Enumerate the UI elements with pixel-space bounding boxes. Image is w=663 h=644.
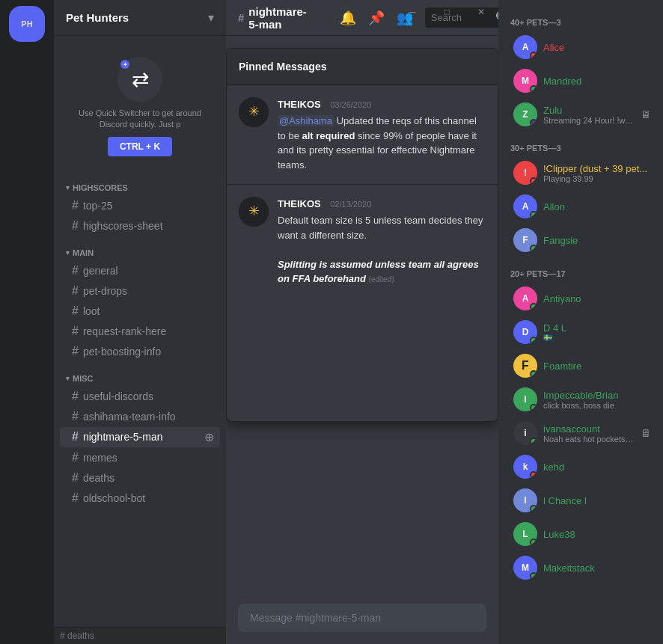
member-avatar-fangsie: F bbox=[513, 228, 537, 252]
status-dot-makeitstack bbox=[530, 572, 537, 580]
category-label-text: MAIN bbox=[73, 248, 94, 257]
minimize-button[interactable]: ─ bbox=[395, 0, 430, 24]
member-d4l[interactable]: D D 4 L 🇸🇪 bbox=[504, 316, 657, 349]
channel-pet-drops[interactable]: # pet-drops bbox=[60, 281, 220, 301]
member-info-chance: l Chance l bbox=[543, 495, 651, 506]
member-info-ivans: ivansaccount Noah eats hot pockets with.… bbox=[543, 423, 635, 444]
member-activity-impeccable: click boss, boss die bbox=[543, 401, 651, 410]
quick-switcher-text: Use Quick Switcher to get around Discord… bbox=[69, 108, 211, 131]
member-info-clipper: !Clipper (dust + 39 pet... Playing 39.99 bbox=[543, 163, 651, 183]
chevron-icon: ▾ bbox=[66, 184, 70, 191]
member-avatar-luke38: L bbox=[513, 522, 537, 546]
close-button[interactable]: ✕ bbox=[464, 0, 498, 24]
member-info-allon: Allon bbox=[543, 201, 651, 212]
member-avatar-impeccable: I bbox=[513, 387, 537, 411]
bottom-channel-name: # deaths bbox=[60, 631, 94, 641]
member-foamtire[interactable]: F Foamtire bbox=[504, 349, 657, 382]
pin-header-2: THEIKOS 02/13/2020 bbox=[278, 197, 486, 210]
sidebar-header[interactable]: Pet Hunters ▾ bbox=[54, 0, 226, 36]
member-ivans[interactable]: i ivansaccount Noah eats hot pockets wit… bbox=[504, 417, 657, 450]
channel-request-rank-here[interactable]: # request-rank-here bbox=[60, 322, 220, 341]
channel-name-text: nightmare-5-man bbox=[248, 5, 307, 31]
channel-highscores-sheet[interactable]: # highscores-sheet bbox=[60, 216, 220, 236]
hash-icon: # bbox=[72, 199, 79, 212]
member-kehd[interactable]: k kehd bbox=[504, 450, 657, 483]
pinned-message-1: ✳ THEIKOS 03/26/2020 @Ashihama Updated t… bbox=[227, 85, 498, 185]
member-name-ivans: ivansaccount bbox=[543, 423, 635, 435]
channel-name: highscores-sheet bbox=[83, 220, 163, 232]
channel-name: memes bbox=[83, 452, 117, 464]
member-name-d4l: D 4 L bbox=[543, 322, 651, 334]
maximize-button[interactable]: □ bbox=[430, 0, 464, 24]
pin-content-1: THEIKOS 03/26/2020 @Ashihama Updated the… bbox=[278, 97, 486, 172]
status-dot-foamtire bbox=[530, 370, 537, 378]
member-info-d4l: D 4 L 🇸🇪 bbox=[543, 322, 651, 342]
member-allon[interactable]: A Allon bbox=[504, 190, 657, 223]
member-alice[interactable]: A Alice bbox=[504, 31, 657, 64]
channel-name: general bbox=[83, 265, 118, 277]
category-label-text: HIGHSCORES bbox=[73, 183, 128, 192]
member-chance[interactable]: l l Chance l bbox=[504, 484, 657, 517]
channel-loot[interactable]: # loot bbox=[60, 301, 220, 321]
server-sidebar: PH bbox=[0, 0, 54, 644]
quick-switcher-hint: ⇄ ✦ Use Quick Switcher to get around Dis… bbox=[60, 48, 220, 165]
member-luke38[interactable]: L Luke38 bbox=[504, 518, 657, 551]
member-info-mandred: Mandred bbox=[543, 76, 651, 87]
category-misc[interactable]: ▾ MISC bbox=[54, 362, 226, 386]
window-controls: ─ □ ✕ bbox=[395, 0, 498, 24]
server-icon-pet-hunters[interactable]: PH bbox=[9, 6, 45, 42]
member-name-kehd: kehd bbox=[543, 461, 651, 473]
member-clipper[interactable]: ! !Clipper (dust + 39 pet... Playing 39.… bbox=[504, 156, 657, 189]
member-name-mandred: Mandred bbox=[543, 76, 651, 87]
channel-ashihama-team-info[interactable]: # ashihama-team-info bbox=[60, 407, 220, 426]
category-highscores[interactable]: ▾ HIGHSCORES bbox=[54, 171, 226, 195]
member-zulu[interactable]: Z Zulu Streaming 24 Hour! !wheel... 🖥 bbox=[504, 98, 657, 131]
channel-list: ⇄ ✦ Use Quick Switcher to get around Dis… bbox=[54, 36, 226, 627]
member-avatar-kehd: k bbox=[513, 455, 537, 479]
pin-line1: Default team size is 5 unless team decid… bbox=[278, 215, 483, 241]
member-name-clipper: !Clipper (dust + 39 pet... bbox=[543, 163, 651, 174]
member-mandred[interactable]: M Mandred bbox=[504, 64, 657, 97]
pin-text-1: @Ashihama Updated the reqs of this chann… bbox=[278, 114, 486, 172]
channel-pet-boosting-info[interactable]: # pet-boosting-info bbox=[60, 342, 220, 361]
member-makeitstack[interactable]: M Makeitstack bbox=[504, 551, 657, 584]
pin-header-1: THEIKOS 03/26/2020 bbox=[278, 97, 486, 111]
channel-name: useful-discords bbox=[83, 390, 153, 402]
channel-name: pet-boosting-info bbox=[83, 346, 161, 358]
channel-general[interactable]: # general bbox=[60, 261, 220, 280]
member-info-impeccable: Impeccable/Brian click boss, boss die bbox=[543, 390, 651, 410]
add-member-icon[interactable]: ⊕ bbox=[204, 430, 214, 444]
channel-deaths[interactable]: # deaths bbox=[60, 468, 220, 488]
member-info-fangsie: Fangsie bbox=[543, 235, 651, 246]
pin-avatar-2: ✳ bbox=[239, 197, 269, 227]
channel-oldschool-bot[interactable]: # oldschool-bot bbox=[60, 488, 220, 508]
category-main[interactable]: ▾ MAIN bbox=[54, 236, 226, 260]
member-impeccable[interactable]: I Impeccable/Brian click boss, boss die bbox=[504, 383, 657, 416]
pin-date-2: 02/13/2020 bbox=[330, 200, 371, 209]
quick-switcher-icon: ⇄ ✦ bbox=[117, 57, 162, 102]
channel-nightmare-5-man[interactable]: # nightmare-5-man ⊕ bbox=[60, 427, 220, 447]
member-info-kehd: kehd bbox=[543, 461, 651, 473]
main-content: ─ □ ✕ # nightmare-5-man Default tea... 🔔… bbox=[226, 0, 498, 644]
hash-icon: # bbox=[72, 264, 79, 277]
member-antiyano[interactable]: A Antiyano bbox=[504, 282, 657, 315]
status-dot-d4l bbox=[530, 337, 537, 344]
status-dot-allon bbox=[530, 211, 537, 218]
pin-icon[interactable]: 📌 bbox=[368, 10, 385, 26]
member-name-alice: Alice bbox=[543, 42, 651, 53]
member-fangsie[interactable]: F Fangsie bbox=[504, 224, 657, 257]
channel-memes[interactable]: # memes bbox=[60, 448, 220, 467]
member-avatar-clipper: ! bbox=[513, 161, 537, 185]
members-category-40plus: 40+ PETS—3 bbox=[498, 6, 663, 30]
member-name-impeccable: Impeccable/Brian bbox=[543, 390, 651, 401]
members-sidebar: 40+ PETS—3 A Alice M Mandred Z Zulu Stre… bbox=[498, 0, 663, 644]
hash-icon: # bbox=[72, 471, 79, 485]
channel-top-25[interactable]: # top-25 bbox=[60, 196, 220, 215]
channel-name: request-rank-here bbox=[83, 325, 166, 337]
channel-useful-discords[interactable]: # useful-discords bbox=[60, 387, 220, 406]
channel-hash-icon: # bbox=[238, 11, 244, 24]
notification-icon[interactable]: 🔔 bbox=[340, 10, 356, 26]
hash-icon: # bbox=[72, 219, 79, 233]
ctrl-k-button[interactable]: CTRL + K bbox=[108, 137, 172, 156]
member-name-fangsie: Fangsie bbox=[543, 235, 651, 246]
